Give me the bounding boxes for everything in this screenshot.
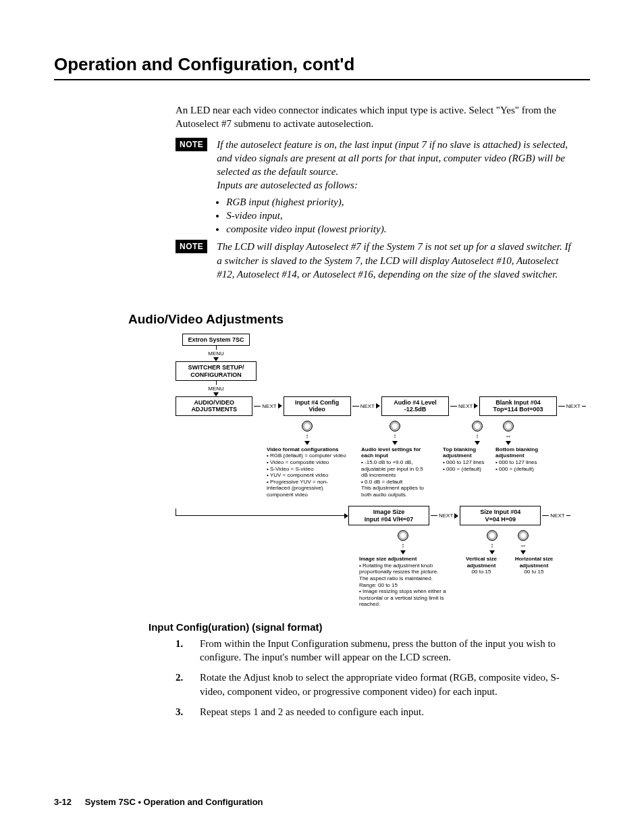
section-heading: Audio/Video Adjustments — [128, 312, 590, 327]
intro-paragraph: An LED near each video connector indicat… — [176, 103, 576, 131]
step-number: 1. — [176, 637, 200, 664]
updown-arrow-icon: ↕ — [306, 433, 309, 440]
step-number: 3. — [176, 705, 200, 719]
desc-row: • S-Video = S-video — [267, 466, 348, 473]
desc-horizontal-size: Horizontal size adjustment 00 to 15 — [510, 556, 558, 575]
step-text: From within the Input Configuration subm… — [200, 637, 576, 664]
note-2-text: The LCD will display Autoselect #7 if th… — [217, 241, 570, 280]
subsection-heading: Input Config(uration) (signal format) — [149, 621, 590, 633]
horizontal-rule — [54, 79, 590, 80]
fc-desc-row-2: ↕ Image size adjustment • Rotating the a… — [176, 528, 587, 608]
note-2: NOTE The LCD will display Autoselect #7 … — [176, 240, 576, 281]
note-body: The LCD will display Autoselect #7 if th… — [217, 240, 576, 281]
h-connector: NEXT — [431, 513, 458, 519]
v-connector: MENU — [208, 381, 224, 396]
desc-title: Horizontal size adjustment — [515, 556, 553, 569]
leftright-arrow-icon: ↔ — [520, 542, 527, 549]
fc-box-size-input: Size Input #04 V=04 H=09 — [460, 506, 541, 525]
fc-line: Top=114 Bot=003 — [483, 406, 553, 413]
v-connector: MENU — [208, 346, 224, 361]
desc-line: • 000 to 127 lines — [443, 459, 490, 466]
fc-line: Size Input #04 — [463, 509, 537, 515]
desc-line: 00 to 15 — [458, 569, 505, 575]
step-2: 2. Rotate the Adjust knob to select the … — [176, 671, 576, 698]
note-1-bullet-0: RGB input (highest priority), — [226, 195, 576, 209]
desc-line: • Rotating the adjustment knob proportio… — [359, 563, 447, 588]
loop-line — [176, 509, 345, 516]
desc-top-blanking: Top blanking adjustment • 000 to 127 lin… — [443, 446, 490, 472]
step-text: Rotate the Adjust knob to select the app… — [200, 671, 576, 698]
desc-line: • 000 to 127 lines — [495, 459, 543, 466]
note-1: NOTE If the autoselect feature is on, th… — [176, 138, 576, 236]
desc-blanking: Top blanking adjustment • 000 to 127 lin… — [443, 446, 543, 472]
desc-row: • Progressive YUV = non-interlaced (prog… — [267, 479, 348, 498]
desc-line: • 000 = (default) — [495, 466, 543, 473]
fc-line: Video — [287, 406, 348, 413]
desc-line: • -15.0 dB to +9.0 dB, adjustable per in… — [361, 459, 429, 479]
desc-title: Video format configurations — [267, 446, 339, 452]
adjust-knob-icon — [472, 421, 483, 432]
menu-label: MENU — [208, 350, 224, 357]
updown-arrow-icon: ↕ — [491, 542, 494, 549]
h-connector: NEXT — [254, 403, 281, 409]
h-connector: NEXT — [450, 403, 478, 409]
fc-box-switcher-setup: SWITCHER SETUP/ CONFIGURATION — [176, 361, 257, 381]
ordered-steps: 1. From within the Input Configuration s… — [176, 637, 576, 719]
fc-line: Blank Input #04 — [483, 399, 553, 406]
page-footer: 3-12 System 7SC • Operation and Configur… — [54, 797, 263, 807]
step-3: 3. Repeat steps 1 and 2 as needed to con… — [176, 705, 576, 719]
h-connector: NEXT — [558, 403, 586, 409]
fc-line: -12.5dB — [385, 406, 446, 413]
step-1: 1. From within the Input Configuration s… — [176, 637, 576, 664]
next-label: NEXT — [550, 513, 564, 519]
next-label: NEXT — [360, 403, 375, 409]
fc-desc-row-1: ↕ Video format configurations • RGB (def… — [176, 419, 587, 498]
page: Operation and Configuration, cont'd An L… — [0, 0, 644, 834]
fc-box-input-config: Input #4 Config Video — [284, 396, 351, 416]
updown-arrow-icon: ↕ — [402, 542, 405, 549]
desc-image-size: Image size adjustment • Rotating the adj… — [359, 556, 447, 608]
note-badge: NOTE — [176, 138, 207, 151]
desc-title: Top blanking adjustment — [443, 446, 476, 459]
note-badge: NOTE — [176, 240, 207, 253]
footer-title: System 7SC • Operation and Configuration — [85, 797, 263, 807]
next-label: NEXT — [458, 403, 473, 409]
page-number: 3-12 — [54, 797, 72, 807]
h-connector: NEXT — [352, 403, 380, 409]
fc-line: Input #4 Config — [287, 399, 348, 406]
note-body: If the autoselect feature is on, the las… — [217, 138, 576, 236]
fc-box-av-adjustments: AUDIO/VIDEO ADJUSTMENTS — [176, 396, 252, 416]
note-1-bullet-1: S-video input, — [226, 209, 576, 222]
note-1-bullet-2: composite video input (lowest priority). — [226, 222, 576, 236]
fc-box-blank-input: Blank Input #04 Top=114 Bot=003 — [479, 396, 556, 416]
desc-line: 00 to 15 — [510, 569, 558, 575]
updown-arrow-icon: ↕ — [476, 433, 479, 440]
updown-arrow-icon: ↕ — [394, 433, 397, 440]
adjust-knob-icon — [518, 530, 529, 541]
desc-line: • Image resizing stops when either a hor… — [359, 588, 447, 608]
leftright-arrow-icon: ↔ — [505, 433, 512, 440]
desc-size-vh: Vertical size adjustment 00 to 15 Horizo… — [458, 556, 558, 575]
desc-video-format: Video format configurations • RGB (defau… — [267, 446, 348, 498]
adjust-knob-icon — [503, 421, 514, 432]
fc-line: Image Size — [352, 509, 426, 515]
note-1-text: If the autoselect feature is on, the las… — [217, 139, 568, 191]
fc-line: V=04 H=09 — [463, 516, 537, 523]
desc-row: • RGB (default) = computer video — [267, 452, 348, 459]
desc-vertical-size: Vertical size adjustment 00 to 15 — [458, 556, 505, 575]
note-1-list: RGB input (highest priority), S-video in… — [217, 195, 576, 236]
page-title: Operation and Configuration, cont'd — [54, 54, 590, 75]
next-label: NEXT — [439, 513, 453, 519]
next-label: NEXT — [262, 403, 276, 409]
desc-bottom-blanking: Bottom blanking adjustment • 000 to 127 … — [495, 446, 543, 472]
fc-line: Input #04 V/H=07 — [352, 516, 426, 523]
step-text: Repeat steps 1 and 2 as needed to config… — [200, 705, 576, 719]
menu-label: MENU — [208, 386, 224, 392]
desc-title: Bottom blanking adjustment — [495, 446, 538, 459]
desc-line: • 000 = (default) — [443, 466, 490, 473]
step-number: 2. — [176, 671, 200, 698]
desc-title: Image size adjustment — [359, 556, 417, 562]
next-label: NEXT — [566, 403, 581, 409]
fc-box-audio-level: Audio #4 Level -12.5dB — [381, 396, 449, 416]
desc-title: Vertical size adjustment — [466, 556, 497, 569]
